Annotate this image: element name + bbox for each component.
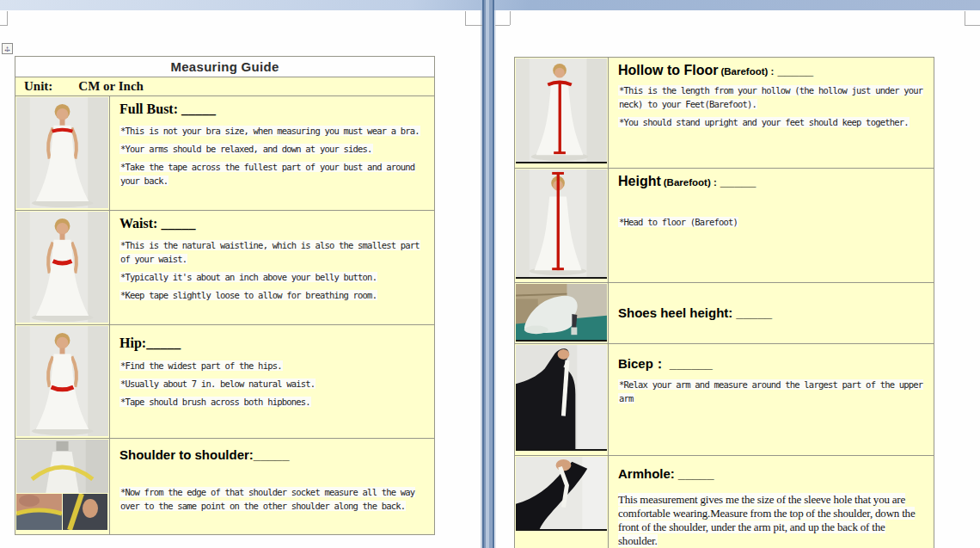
waist-photo[interactable]: [15, 211, 110, 324]
bride-waist-photo: [16, 212, 108, 323]
shoulder-row: Shoulder to shoulder:_____ *Now from the…: [15, 438, 434, 534]
hip-cell: Hip:_____ *Find the widest part of the h…: [110, 325, 434, 438]
hip-photo[interactable]: [15, 325, 110, 438]
measuring-guide-table: Measuring Guide Unit: CM or Inch: [15, 56, 435, 535]
margin-crop-mark: [465, 25, 482, 26]
armhole-body-text: This measurement gives me the size of th…: [618, 493, 915, 547]
shoes-heel-blank: _____: [736, 305, 772, 320]
full-bust-label: Full Bust:: [119, 102, 178, 116]
hip-blank: _____: [146, 336, 181, 350]
note-text: *Now from the edge of that shoulder sock…: [119, 487, 415, 511]
page-gap: [482, 0, 494, 548]
full-bust-cell: Full Bust:_____ *This is not your bra si…: [110, 96, 434, 210]
note-text: *Take the tape across the fullest part o…: [119, 162, 415, 186]
bicep-cell: Bicep：______ *Relax your arm and measure…: [609, 344, 934, 455]
note-text: *This is the natural waistline, which is…: [119, 240, 420, 264]
full-bust-photo[interactable]: [15, 96, 110, 210]
heel-shoe-photo: [516, 284, 607, 342]
document-page-1[interactable]: ↔ ↕ Measuring Guide Unit: CM or Inch: [0, 10, 482, 548]
height-cell: Height(Barefoot) :_____ *Head to floor (…: [609, 169, 934, 282]
height-blank: _____: [720, 174, 756, 188]
hollow-to-floor-cell: Hollow to Floor(Barefoot) :_____ *This i…: [609, 58, 934, 168]
hollow-to-floor-label: Hollow to Floor: [618, 63, 718, 77]
note-text: *Tape should brush across both hipbones.: [119, 397, 311, 407]
hip-row: Hip:_____ *Find the widest part of the h…: [15, 324, 434, 438]
margin-crop-mark: [465, 11, 466, 26]
note-text: *You should stand upright and your feet …: [618, 117, 910, 127]
hollow-to-floor-sub: (Barefoot) :: [720, 66, 774, 77]
waist-cell: Waist:_____ *This is the natural waistli…: [110, 211, 434, 324]
mannequin-shoulder-photo: [16, 440, 108, 493]
bicep-label: Bicep：: [618, 356, 666, 371]
note-text: *Keep tape slightly loose to allow for b…: [119, 290, 377, 300]
unit-value: CM or Inch: [78, 79, 144, 94]
height-photo[interactable]: [515, 169, 609, 282]
document-page-2[interactable]: Hollow to Floor(Barefoot) :_____ *This i…: [494, 10, 980, 548]
page-title: Measuring Guide: [170, 59, 279, 74]
shoes-heel-cell: Shoes heel height:_____: [609, 283, 934, 343]
bride-hollow-photo: [516, 58, 607, 163]
hollow-to-floor-blank: _____: [777, 63, 813, 77]
unit-label: Unit:: [24, 79, 52, 94]
bicep-blank: ______: [670, 356, 713, 371]
measuring-guide-table-2: Hollow to Floor(Barefoot) :_____ *This i…: [514, 57, 934, 548]
shoulder-label: Shoulder to shoulder:: [119, 447, 254, 462]
tape-closeup-photo: [63, 494, 107, 530]
full-bust-blank: _____: [181, 102, 216, 116]
bride-height-photo: [516, 169, 607, 279]
margin-crop-mark: [0, 25, 7, 26]
move-arrows-icon: ↕: [3, 44, 12, 53]
armhole-cell: Armhole:_____ This measurement gives me …: [609, 456, 934, 548]
armhole-blank: _____: [678, 466, 714, 481]
armhole-label: Armhole:: [618, 466, 675, 481]
armhole-measure-photo: [516, 457, 607, 531]
table-move-handle[interactable]: ↔ ↕: [2, 43, 13, 54]
margin-crop-mark: [510, 11, 511, 25]
note-text: *This is not your bra size, when measuri…: [119, 126, 420, 136]
hip-label: Hip:: [119, 336, 146, 350]
hip-tape-photo: [16, 494, 62, 530]
armhole-photo[interactable]: [515, 456, 609, 548]
note-text: *This is the length from your hollow (th…: [618, 85, 923, 109]
shoulder-blank: _____: [254, 447, 290, 462]
shoulder-cell: Shoulder to shoulder:_____ *Now from the…: [110, 439, 434, 534]
shoulder-photo[interactable]: [15, 439, 110, 534]
shoes-heel-row: Shoes heel height:_____: [515, 282, 934, 343]
margin-crop-mark: [495, 25, 510, 26]
shoulder-collage: [16, 494, 108, 530]
word-two-page-view: ↔ ↕ Measuring Guide Unit: CM or Inch: [0, 0, 980, 548]
shoes-heel-label: Shoes heel height:: [618, 305, 732, 320]
armhole-row: Armhole:_____ This measurement gives me …: [515, 455, 934, 548]
note-text: *Your arms should be relaxed, and down a…: [119, 144, 373, 154]
waist-label: Waist:: [119, 216, 157, 231]
bride-hip-photo: [16, 326, 108, 436]
full-bust-row: Full Bust:_____ *This is not your bra si…: [15, 95, 434, 210]
note-text: *Find the widest part of the hips.: [119, 360, 283, 371]
note-text: *Typically it's about an inch above your…: [119, 272, 377, 282]
hollow-to-floor-row: Hollow to Floor(Barefoot) :_____ *This i…: [515, 58, 934, 168]
bride-bust-photo: [16, 97, 108, 208]
unit-row: Unit: CM or Inch: [15, 77, 434, 95]
bicep-photo[interactable]: [515, 344, 609, 455]
height-row: Height(Barefoot) :_____ *Head to floor (…: [515, 168, 934, 282]
waist-row: Waist:_____ *This is the natural waistli…: [15, 210, 434, 324]
margin-crop-mark: [7, 11, 8, 26]
table-title-row: Measuring Guide: [15, 57, 434, 77]
waist-blank: _____: [161, 216, 195, 231]
margin-crop-mark: [965, 11, 965, 25]
hollow-to-floor-photo[interactable]: [515, 58, 609, 168]
note-text: *Head to floor (Barefoot): [618, 217, 738, 227]
margin-crop-mark: [965, 25, 980, 26]
height-sub: (Barefoot) :: [664, 177, 717, 188]
note-text: *Relax your arm and measure around the l…: [618, 379, 923, 403]
bicep-measure-photo: [516, 345, 607, 451]
height-label: Height: [618, 174, 661, 188]
shoes-heel-photo[interactable]: [515, 283, 609, 343]
note-text: *Usually about 7 in. below natural waist…: [119, 379, 315, 389]
bicep-row: Bicep：______ *Relax your arm and measure…: [515, 343, 934, 455]
